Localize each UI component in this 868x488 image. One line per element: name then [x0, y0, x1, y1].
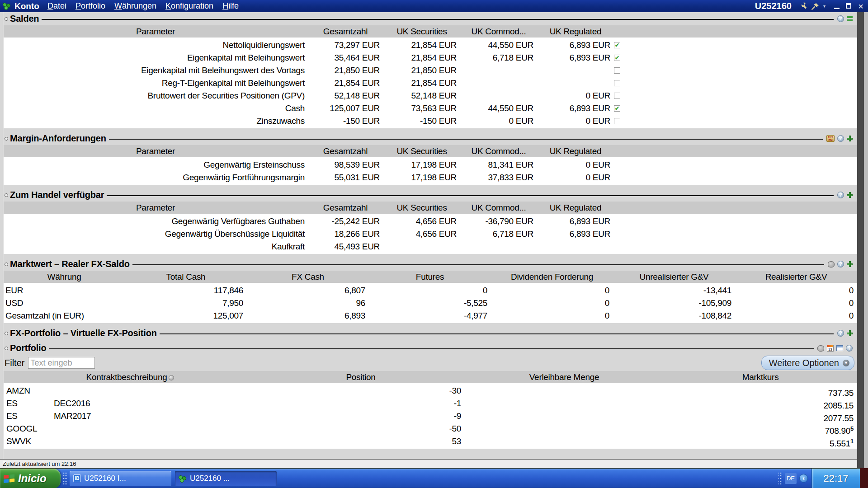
menu-portfolio[interactable]: Portfolio [75, 1, 105, 11]
table-row[interactable]: Cash125,007 EUR73,563 EUR44,550 EUR6,893… [4, 102, 857, 115]
language-indicator[interactable]: DE [785, 473, 797, 484]
column-header[interactable]: UK Commod... [460, 25, 537, 38]
help-icon[interactable] [837, 15, 844, 22]
table-row[interactable]: EUR117,8466,80700-13,4410 [4, 284, 857, 297]
table-row[interactable]: USD7,95096-5,5250-105,9090 [4, 297, 857, 310]
hide-tray-icons-button[interactable] [799, 474, 808, 483]
collapse-bullet-icon[interactable] [5, 332, 8, 335]
menu-konfiguration[interactable]: Konfiguration [165, 1, 213, 11]
row-checkbox[interactable] [614, 80, 620, 86]
column-header[interactable]: UK Regulated [537, 202, 614, 214]
table-row[interactable]: Nettoliquidierungswert73,297 EUR21,854 E… [4, 39, 857, 52]
right-scrollbar-strip[interactable] [857, 12, 864, 468]
close-button[interactable]: × [856, 2, 865, 10]
row-value: 0 EUR [537, 159, 614, 171]
column-header[interactable]: UK Securities [383, 25, 460, 38]
column-header[interactable]: Dividenden Forderung [491, 271, 613, 283]
column-header[interactable]: Marktkurs [664, 371, 857, 383]
table-row[interactable]: ESDEC2016-12085.15 [4, 397, 857, 410]
expand-icon[interactable] [847, 330, 853, 336]
collapse-icon[interactable] [847, 16, 853, 21]
expand-icon[interactable] [847, 136, 853, 141]
column-header[interactable]: Realisierter G&V [735, 271, 857, 283]
maximize-button[interactable] [844, 2, 854, 10]
column-header[interactable]: Parameter [4, 202, 307, 214]
column-header[interactable]: UK Commod... [460, 145, 537, 157]
column-header[interactable]: FX Cash [247, 271, 369, 283]
column-header[interactable]: UK Commod... [460, 202, 537, 214]
column-header[interactable]: Futures [369, 271, 491, 283]
table-row[interactable]: ESMAR2017-92077.55 [4, 410, 857, 422]
titlebar-caret-icon[interactable]: ▾ [823, 4, 826, 9]
column-header[interactable]: UK Securities [383, 202, 460, 214]
table-row[interactable]: AMZN-30737.35 [4, 385, 857, 397]
taskbar-task-0[interactable]: IBU252160 I... [70, 471, 171, 486]
table-row[interactable]: Gegenwärtig Überschüssige Liquidität18,2… [4, 228, 857, 240]
grab-hand-icon[interactable] [828, 261, 835, 267]
collapse-bullet-icon[interactable] [5, 347, 8, 350]
column-header[interactable]: Kontraktbeschreibung [4, 371, 257, 383]
table-row[interactable]: Zinszuwachs-150 EUR-150 EUR0 EUR0 EUR [4, 115, 857, 127]
menu-datei[interactable]: Datei [47, 1, 66, 11]
help-icon[interactable] [846, 345, 853, 352]
table-row[interactable]: Kaufkraft45,493 EUR [4, 240, 857, 253]
column-header[interactable]: Parameter [4, 145, 307, 157]
menu-hilfe[interactable]: Hilfe [222, 1, 239, 11]
table-row[interactable]: SWVK535.5511 [4, 435, 857, 448]
expand-icon[interactable] [847, 192, 853, 198]
collapse-bullet-icon[interactable] [5, 193, 8, 197]
clock: 22:17 [823, 473, 848, 484]
table-row[interactable]: Gesamtzahl (in EUR)125,0076,893-4,9770-1… [4, 310, 857, 322]
column-header[interactable]: Total Cash [125, 271, 247, 283]
row-checkbox[interactable] [614, 118, 620, 124]
grab-hand-icon[interactable] [817, 345, 824, 352]
row-checkbox[interactable] [614, 42, 620, 48]
pin-icon[interactable] [811, 2, 820, 11]
menu-wahrungen[interactable]: Währungen [114, 1, 156, 11]
table-row[interactable]: Bruttowert der Securities Positionen (GP… [4, 89, 857, 102]
window-icon[interactable] [836, 345, 843, 351]
start-button[interactable]: Inicio [0, 469, 61, 488]
table-row[interactable]: GOOGL-50708.905 [4, 422, 857, 435]
table-row[interactable]: Reg-T-Eigenkapital mit Beleihungswert21,… [4, 77, 857, 89]
column-header[interactable]: Währung [4, 271, 125, 283]
column-header[interactable]: Gesamtzahl [307, 145, 383, 157]
row-checkbox[interactable] [614, 105, 620, 112]
table-row[interactable]: Eigenkapital mit Beleihungswert des Vort… [4, 64, 857, 77]
help-icon[interactable] [837, 135, 844, 142]
column-header[interactable]: UK Regulated [537, 145, 614, 157]
column-header[interactable]: Parameter [4, 25, 307, 38]
table-row[interactable]: Gegenwärtig Verfügbares Guthaben-25,242 … [4, 215, 857, 228]
price-cell: 2077.55 [664, 410, 857, 422]
table-row[interactable]: Gegenwärtig Fortführungsmargin55,031 EUR… [4, 171, 857, 184]
taskbar-task-1[interactable]: U252160 ... [175, 471, 277, 486]
column-header[interactable]: Gesamtzahl [307, 202, 383, 214]
table-row[interactable]: Gegenwärtig Ersteinschuss98,539 EUR17,19… [4, 159, 857, 171]
column-header[interactable]: UK Securities [383, 145, 460, 157]
sort-icon[interactable] [169, 375, 174, 380]
collapse-bullet-icon[interactable] [5, 263, 8, 266]
collapse-bullet-icon[interactable] [5, 17, 8, 21]
row-checkbox[interactable] [614, 67, 620, 74]
row-checkbox[interactable] [614, 93, 620, 99]
column-header[interactable]: UK Regulated [537, 25, 614, 38]
calendar-icon[interactable]: 13 [827, 345, 834, 352]
row-checkbox[interactable] [614, 55, 620, 61]
table-row[interactable]: Eigenkapital mit Beleihungswert35,464 EU… [4, 52, 857, 64]
wrench-icon[interactable] [798, 2, 807, 11]
try-pm-icon[interactable]: TRYPM [826, 135, 835, 142]
column-header[interactable]: Verleihbare Menge [465, 371, 664, 383]
help-icon[interactable] [837, 330, 844, 337]
column-header[interactable]: Gesamtzahl [307, 25, 383, 38]
collapse-bullet-icon[interactable] [5, 137, 8, 141]
row-value: 73,563 EUR [383, 102, 460, 115]
column-header[interactable]: Position [257, 371, 465, 383]
help-icon[interactable] [837, 261, 844, 267]
column-header[interactable]: Unrealisierter G&V [613, 271, 735, 283]
more-options-button[interactable]: Weitere Optionen [761, 356, 854, 370]
filler [629, 52, 857, 64]
minimize-button[interactable] [833, 2, 842, 10]
help-icon[interactable] [837, 192, 844, 198]
expand-icon[interactable] [847, 261, 853, 267]
filter-input[interactable] [28, 357, 95, 369]
